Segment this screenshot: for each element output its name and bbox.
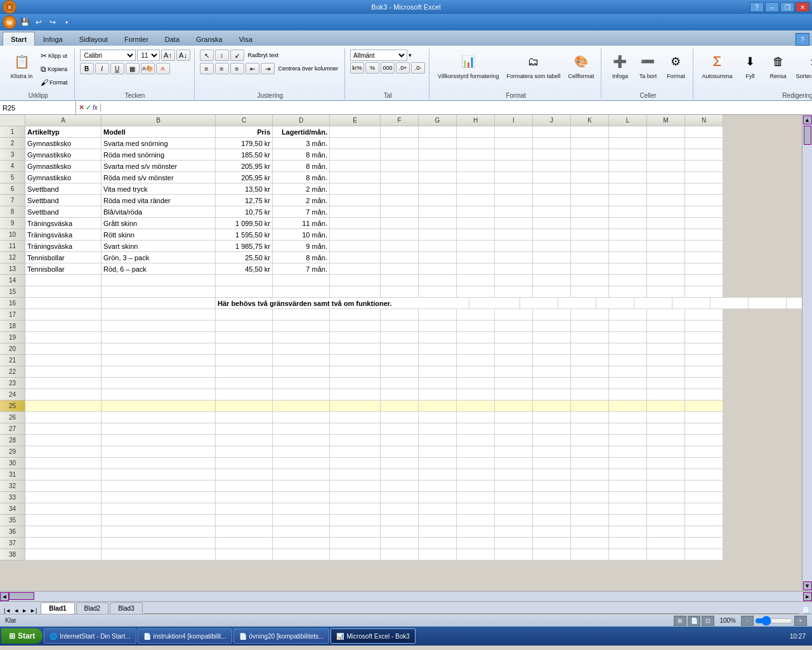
cell[interactable] bbox=[25, 332, 102, 343]
row-num-5[interactable]: 5 bbox=[0, 172, 25, 183]
cell[interactable] bbox=[273, 355, 330, 366]
cell[interactable] bbox=[330, 126, 381, 138]
cell[interactable] bbox=[273, 423, 330, 435]
cell[interactable] bbox=[457, 241, 495, 252]
col-header-h[interactable]: H bbox=[457, 115, 495, 126]
cell[interactable] bbox=[571, 252, 609, 263]
format-cell-button[interactable]: ⚙ Format bbox=[662, 50, 689, 86]
scroll-up[interactable]: ▲ bbox=[803, 116, 812, 124]
undo-quick-button[interactable]: ↩ bbox=[33, 17, 44, 28]
cell[interactable]: Svarta med snörning bbox=[102, 138, 216, 149]
cell[interactable] bbox=[216, 549, 273, 560]
cell[interactable] bbox=[457, 138, 495, 149]
sheet-tab-blad2[interactable]: Blad2 bbox=[76, 602, 109, 614]
cell[interactable] bbox=[419, 492, 457, 503]
cell[interactable] bbox=[457, 332, 495, 343]
cell[interactable] bbox=[609, 149, 647, 161]
cell[interactable] bbox=[609, 515, 647, 526]
cell[interactable] bbox=[495, 149, 533, 161]
cell[interactable] bbox=[647, 538, 685, 549]
minimize-button[interactable]: – bbox=[765, 2, 779, 12]
cell[interactable] bbox=[419, 481, 457, 492]
cell[interactable] bbox=[457, 321, 495, 332]
cell[interactable] bbox=[647, 366, 685, 378]
cut-button[interactable]: ✂ Klipp ut bbox=[38, 50, 70, 62]
scroll-left[interactable]: ◄ bbox=[0, 592, 9, 601]
cell[interactable] bbox=[273, 389, 330, 401]
tab-visa[interactable]: Visa bbox=[231, 32, 261, 46]
cell[interactable] bbox=[419, 423, 457, 435]
cell[interactable] bbox=[216, 469, 273, 481]
cell[interactable]: 45,50 kr bbox=[216, 263, 273, 275]
cell[interactable]: Svettband bbox=[25, 183, 102, 195]
cell[interactable] bbox=[273, 309, 330, 321]
cell[interactable] bbox=[571, 149, 609, 161]
cell[interactable] bbox=[381, 492, 419, 503]
cell[interactable] bbox=[609, 195, 647, 206]
cell[interactable] bbox=[533, 435, 571, 446]
cell[interactable] bbox=[330, 526, 381, 538]
cell[interactable] bbox=[647, 343, 685, 355]
cell[interactable] bbox=[273, 458, 330, 469]
cell[interactable] bbox=[381, 161, 419, 172]
cell[interactable] bbox=[102, 343, 216, 355]
cell[interactable] bbox=[533, 378, 571, 389]
cell[interactable] bbox=[533, 332, 571, 343]
cell[interactable] bbox=[330, 481, 381, 492]
cell[interactable] bbox=[571, 321, 609, 332]
cell[interactable] bbox=[102, 309, 216, 321]
row-num-26[interactable]: 26 bbox=[0, 412, 25, 423]
col-header-k[interactable]: K bbox=[571, 115, 609, 126]
cell[interactable] bbox=[419, 309, 457, 321]
cell[interactable] bbox=[533, 321, 571, 332]
cell[interactable] bbox=[533, 275, 571, 286]
cell[interactable] bbox=[571, 241, 609, 252]
cell[interactable]: 9 mån. bbox=[273, 241, 330, 252]
cell[interactable] bbox=[609, 126, 647, 138]
number-format-select[interactable]: Allmänt bbox=[350, 50, 407, 61]
cell[interactable] bbox=[495, 252, 533, 263]
infoga-button[interactable]: ➕ Infoga bbox=[606, 50, 633, 86]
scroll-down[interactable]: ▼ bbox=[803, 581, 812, 590]
cell[interactable] bbox=[381, 515, 419, 526]
cell[interactable] bbox=[330, 412, 381, 423]
cell[interactable] bbox=[647, 492, 685, 503]
cell[interactable] bbox=[25, 526, 102, 538]
cell[interactable] bbox=[685, 332, 723, 343]
formula-input[interactable] bbox=[101, 104, 812, 112]
cell[interactable] bbox=[596, 298, 634, 309]
cell[interactable] bbox=[273, 469, 330, 481]
cell[interactable] bbox=[495, 218, 533, 229]
cell[interactable] bbox=[571, 195, 609, 206]
cell[interactable] bbox=[457, 526, 495, 538]
cell[interactable] bbox=[457, 538, 495, 549]
cell[interactable] bbox=[609, 332, 647, 343]
tab-granska[interactable]: Granska bbox=[188, 32, 231, 46]
cell[interactable] bbox=[330, 378, 381, 389]
cell[interactable] bbox=[457, 515, 495, 526]
cell[interactable] bbox=[381, 126, 419, 138]
cell[interactable] bbox=[685, 138, 723, 149]
cell[interactable] bbox=[419, 549, 457, 560]
col-header-n[interactable]: N bbox=[685, 115, 723, 126]
cell[interactable] bbox=[495, 161, 533, 172]
cell[interactable] bbox=[495, 401, 533, 412]
save-quick-button[interactable]: 💾 bbox=[19, 17, 30, 28]
cell[interactable] bbox=[330, 515, 381, 526]
cell[interactable] bbox=[685, 366, 723, 378]
cell[interactable] bbox=[216, 309, 273, 321]
cell[interactable] bbox=[330, 492, 381, 503]
cell[interactable] bbox=[381, 206, 419, 218]
cell[interactable] bbox=[381, 309, 419, 321]
cell[interactable] bbox=[495, 263, 533, 275]
cell[interactable] bbox=[749, 298, 787, 309]
cell[interactable] bbox=[419, 195, 457, 206]
cell[interactable] bbox=[25, 549, 102, 560]
cell[interactable] bbox=[495, 309, 533, 321]
cell[interactable] bbox=[419, 515, 457, 526]
cell[interactable] bbox=[685, 378, 723, 389]
cell[interactable] bbox=[102, 298, 216, 309]
cell[interactable] bbox=[647, 161, 685, 172]
cell[interactable] bbox=[381, 389, 419, 401]
cell[interactable] bbox=[216, 355, 273, 366]
